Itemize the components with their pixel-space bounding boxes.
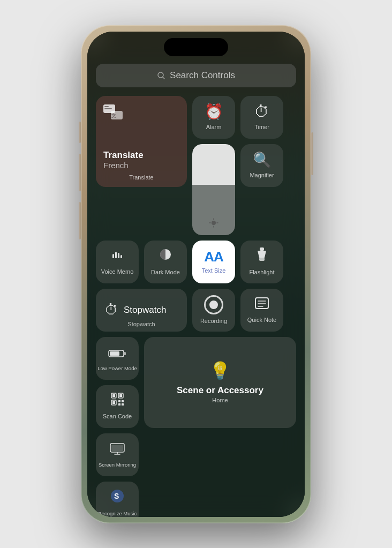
quick-note-icon — [254, 296, 269, 313]
svg-rect-34 — [122, 400, 124, 402]
translate-tile[interactable]: 文 Translate French Translate — [96, 96, 187, 187]
magnifier-label: Magnifier — [250, 172, 274, 179]
flashlight-tile[interactable]: Flashlight — [240, 241, 283, 283]
svg-rect-35 — [118, 403, 120, 406]
svg-point-7 — [212, 221, 216, 225]
svg-rect-12 — [112, 254, 114, 258]
translate-subtitle: French — [103, 161, 144, 170]
search-bar[interactable]: Search Controls — [96, 64, 296, 87]
text-size-icon: AA — [204, 249, 223, 265]
row-4: Low Power Mode — [96, 337, 296, 517]
timer-label: Timer — [254, 124, 269, 131]
row-3: ⏱ Stopwatch Stopwatch Recording — [96, 289, 296, 332]
translate-title: Translate — [103, 150, 144, 161]
sun-icon — [209, 218, 218, 228]
low-power-tile[interactable]: Low Power Mode — [96, 337, 139, 380]
screen-mirroring-label: Screen Mirroring — [99, 462, 136, 468]
magnifier-tile[interactable]: 🔍 Magnifier — [240, 144, 283, 187]
alarm-timer-row: ⏰ Alarm ⏱ Timer — [192, 96, 296, 139]
svg-rect-13 — [115, 252, 117, 258]
slider-magnifier-row: 🔍 Magnifier — [192, 144, 296, 235]
scan-code-label: Scan Code — [103, 413, 132, 420]
shazam-icon: S — [110, 489, 125, 507]
search-icon — [157, 71, 165, 80]
scan-code-icon — [110, 392, 124, 410]
svg-rect-36 — [122, 403, 124, 406]
voice-memo-label: Voice Memo — [101, 268, 134, 275]
svg-rect-32 — [112, 401, 115, 404]
recording-tile[interactable]: Recording — [192, 289, 235, 332]
svg-rect-15 — [120, 255, 122, 258]
translate-label: Translate — [96, 174, 187, 181]
svg-rect-17 — [260, 247, 264, 251]
screen-mirroring-tile[interactable]: Screen Mirroring — [96, 433, 139, 476]
search-placeholder: Search Controls — [170, 70, 235, 81]
alarm-label: Alarm — [206, 124, 222, 131]
dark-mode-tile[interactable]: Dark Mode — [144, 241, 187, 283]
alarm-tile[interactable]: ⏰ Alarm — [192, 96, 235, 139]
screen-background: Search Controls 文 — [87, 32, 305, 517]
text-size-tile[interactable]: AA Text Size — [192, 241, 235, 283]
recording-icon — [204, 295, 223, 314]
svg-marker-18 — [258, 251, 266, 258]
home-icon: 💡 — [209, 361, 231, 381]
home-scene-title: Scene or Accessory — [177, 385, 263, 396]
svg-rect-38 — [111, 445, 123, 451]
silent-switch[interactable] — [79, 122, 81, 143]
phone-frame: Search Controls 文 — [81, 25, 311, 523]
timer-icon: ⏱ — [254, 103, 269, 121]
stopwatch-title: Stopwatch — [124, 305, 166, 316]
phone-screen: Search Controls 文 — [87, 32, 305, 517]
stopwatch-label: Stopwatch — [96, 321, 187, 327]
left-col-4: Low Power Mode — [96, 337, 139, 517]
svg-line-1 — [163, 77, 164, 79]
voice-memo-icon — [110, 247, 124, 265]
home-tile[interactable]: 💡 Scene or Accessory Home — [144, 337, 296, 428]
screen-mirroring-icon — [110, 441, 125, 459]
quick-note-label: Quick Note — [247, 317, 276, 324]
svg-rect-20 — [255, 298, 268, 309]
low-power-icon — [108, 345, 126, 362]
recording-dot — [209, 301, 218, 309]
voice-memo-tile[interactable]: Voice Memo — [96, 241, 139, 283]
svg-text:S: S — [114, 492, 119, 500]
control-center: Search Controls 文 — [87, 64, 305, 517]
dark-mode-label: Dark Mode — [151, 269, 180, 276]
right-col-1: ⏰ Alarm ⏱ Timer — [192, 96, 296, 235]
svg-rect-14 — [118, 253, 119, 258]
recognize-music-label: Recognize Music — [98, 511, 137, 516]
svg-rect-19 — [259, 258, 265, 261]
dynamic-island — [164, 38, 228, 56]
volume-down-button[interactable] — [79, 202, 81, 239]
translate-icon: 文 — [103, 103, 125, 127]
alarm-icon: ⏰ — [205, 103, 223, 121]
flashlight-label: Flashlight — [249, 269, 274, 276]
low-power-label: Low Power Mode — [97, 365, 137, 371]
svg-rect-30 — [119, 394, 122, 397]
slider-top — [192, 144, 235, 185]
svg-rect-28 — [112, 394, 115, 397]
svg-rect-26 — [124, 352, 126, 355]
stopwatch-icon: ⏱ — [104, 302, 118, 318]
home-label: Home — [212, 397, 228, 404]
svg-rect-3 — [104, 106, 109, 107]
row-2: Voice Memo Dark Mode AA Text S — [96, 241, 296, 283]
svg-rect-25 — [110, 351, 119, 356]
svg-rect-33 — [118, 400, 120, 402]
stopwatch-tile[interactable]: ⏱ Stopwatch Stopwatch — [96, 289, 187, 332]
row-1: 文 Translate French Translate — [96, 96, 296, 235]
quick-note-tile[interactable]: Quick Note — [240, 289, 283, 332]
volume-up-button[interactable] — [79, 154, 81, 191]
svg-text:文: 文 — [111, 113, 116, 118]
flashlight-icon — [256, 247, 268, 266]
text-size-label: Text Size — [202, 267, 226, 274]
recording-label: Recording — [200, 318, 227, 325]
timer-tile[interactable]: ⏱ Timer — [240, 96, 283, 139]
dark-mode-icon — [158, 247, 173, 266]
brightness-slider[interactable] — [192, 144, 235, 235]
svg-rect-4 — [104, 108, 112, 109]
recognize-music-tile[interactable]: S Recognize Music — [96, 482, 139, 517]
scan-code-tile[interactable]: Scan Code — [96, 385, 139, 428]
power-button[interactable] — [311, 132, 313, 175]
magnifier-icon: 🔍 — [253, 151, 272, 169]
